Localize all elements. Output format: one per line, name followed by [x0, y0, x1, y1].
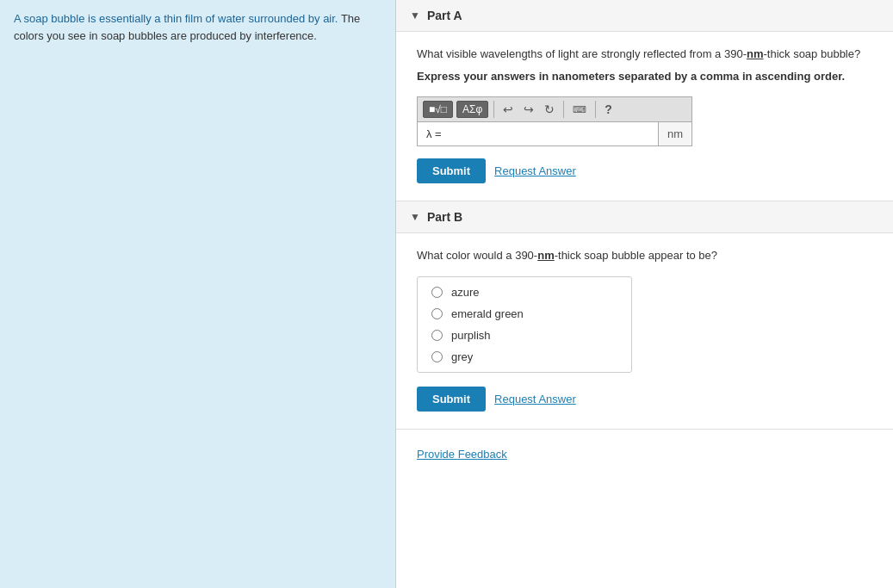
feedback-section: Provide Feedback — [396, 430, 893, 486]
radio-azure[interactable] — [431, 287, 443, 298]
part-b-submit-button[interactable]: Submit — [417, 387, 486, 412]
radio-purplish[interactable] — [431, 330, 443, 341]
main-content: ▼ Part A What visible wavelengths of lig… — [396, 0, 893, 588]
part-a-subtext: Express your answers in nanometers separ… — [417, 68, 872, 85]
provide-feedback-link[interactable]: Provide Feedback — [417, 448, 507, 461]
option-emerald-green[interactable]: emerald green — [431, 307, 617, 320]
part-a-section: ▼ Part A What visible wavelengths of lig… — [396, 0, 893, 201]
part-b-question: What color would a 390-nm-thick soap bub… — [417, 247, 872, 264]
option-azure[interactable]: azure — [431, 286, 617, 299]
part-a-submit-button[interactable]: Submit — [417, 158, 486, 183]
option-purplish[interactable]: purplish — [431, 329, 617, 342]
part-a-input-label: λ = — [418, 122, 450, 145]
part-b-options-box: azure emerald green purplish grey — [417, 276, 632, 373]
toolbar-reset-btn[interactable]: ↻ — [541, 101, 558, 118]
part-b-action-row: Submit Request Answer — [417, 387, 872, 412]
option-purplish-label: purplish — [451, 329, 491, 342]
part-b-section: ▼ Part B What color would a 390-nm-thick… — [396, 201, 893, 430]
part-b-collapse-arrow: ▼ — [410, 211, 420, 223]
sidebar-text-highlight: A soap bubble is essentially a thin film… — [14, 12, 338, 25]
part-a-body: What visible wavelengths of light are st… — [396, 32, 893, 201]
part-b-request-answer-button[interactable]: Request Answer — [494, 387, 576, 412]
option-emerald-green-label: emerald green — [451, 307, 524, 320]
sidebar-info: A soap bubble is essentially a thin film… — [0, 0, 396, 588]
part-a-q-text1: What visible wavelengths of light are st… — [417, 47, 747, 60]
toolbar-sep-3 — [595, 101, 596, 118]
part-a-header[interactable]: ▼ Part A — [396, 0, 893, 32]
toolbar-sep-2 — [563, 101, 564, 118]
toolbar-undo-btn[interactable]: ↩ — [499, 101, 517, 118]
toolbar-help-btn[interactable]: ? — [601, 101, 616, 118]
toolbar-redo-btn[interactable]: ↪ — [520, 101, 537, 118]
part-b-q-nm: nm — [537, 249, 555, 262]
part-a-answer-input[interactable] — [450, 122, 658, 145]
option-grey-label: grey — [451, 350, 473, 363]
part-b-body: What color would a 390-nm-thick soap bub… — [396, 233, 893, 429]
part-a-action-row: Submit Request Answer — [417, 158, 872, 183]
part-b-header[interactable]: ▼ Part B — [396, 201, 893, 233]
toolbar-keyboard-btn[interactable]: ⌨ — [569, 102, 590, 117]
toolbar-sep-1 — [493, 101, 494, 118]
option-azure-label: azure — [451, 286, 480, 299]
option-grey[interactable]: grey — [431, 350, 617, 363]
radio-emerald-green[interactable] — [431, 308, 443, 319]
part-a-q-nm: nm — [747, 47, 764, 60]
toolbar-math-btn[interactable]: ■√□ — [423, 101, 453, 118]
part-a-question: What visible wavelengths of light are st… — [417, 46, 872, 63]
radio-grey[interactable] — [431, 351, 443, 362]
part-b-q-text1: What color would a 390- — [417, 249, 537, 262]
part-a-unit-label: nm — [658, 122, 691, 145]
part-b-q-text2: -thick soap bubble appear to be? — [555, 249, 717, 262]
part-a-q-text2: -thick soap bubble? — [763, 47, 860, 60]
part-b-title: Part B — [427, 210, 462, 224]
part-a-collapse-arrow: ▼ — [410, 9, 420, 22]
part-a-request-answer-button[interactable]: Request Answer — [494, 158, 576, 183]
part-a-title: Part A — [427, 9, 462, 22]
math-toolbar: ■√□ AΣφ ↩ ↪ ↻ ⌨ ? — [417, 96, 692, 121]
part-a-input-row: λ = nm — [417, 121, 692, 146]
toolbar-symbol-btn[interactable]: AΣφ — [456, 101, 488, 118]
